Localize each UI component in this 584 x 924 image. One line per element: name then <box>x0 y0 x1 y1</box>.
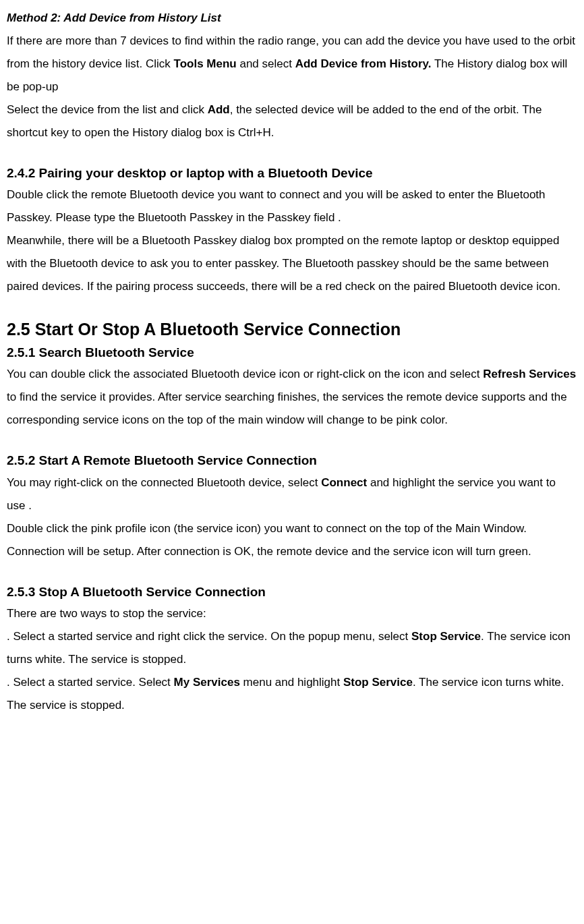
text: and select <box>237 57 295 70</box>
tools-menu-label: Tools Menu <box>174 57 237 70</box>
connect-label: Connect <box>321 476 367 489</box>
refresh-services-label: Refresh Services <box>483 368 576 380</box>
s253-list-item-2: . Select a started service. Select My Se… <box>7 671 577 717</box>
stop-service-label-2: Stop Service <box>343 676 413 689</box>
stop-service-label: Stop Service <box>411 630 481 643</box>
section-2-5-1-heading: 2.5.1 Search Bluetooth Service <box>7 343 577 363</box>
s252-paragraph-1: You may right-click on the connected Blu… <box>7 471 577 517</box>
text: to find the service it provides. After s… <box>7 391 567 426</box>
text: menu and highlight <box>240 676 343 689</box>
s251-paragraph-1: You can double click the associated Blue… <box>7 363 577 432</box>
method2-paragraph-1: If there are more than 7 devices to find… <box>7 30 577 98</box>
method-2-heading: Method 2: Add Device from History List <box>7 7 577 30</box>
my-services-label: My Services <box>174 676 240 689</box>
s252-paragraph-2: Double click the pink profile icon (the … <box>7 517 577 540</box>
method2-paragraph-2: Select the device from the list and clic… <box>7 98 577 144</box>
add-device-from-history-label: Add Device from History. <box>295 57 432 70</box>
section-2-5-2-heading: 2.5.2 Start A Remote Bluetooth Service C… <box>7 451 577 471</box>
s253-paragraph-1: There are two ways to stop the service: <box>7 602 577 625</box>
s242-paragraph-1: Double click the remote Bluetooth device… <box>7 183 577 229</box>
s253-list-item-1: . Select a started service and right cli… <box>7 625 577 671</box>
text: Select the device from the list and clic… <box>7 103 208 116</box>
s242-paragraph-2: Meanwhile, there will be a Bluetooth Pas… <box>7 229 577 298</box>
section-2-4-2-heading: 2.4.2 Pairing your desktop or laptop wit… <box>7 163 577 183</box>
text: You may right-click on the connected Blu… <box>7 476 321 489</box>
text: You can double click the associated Blue… <box>7 368 483 380</box>
add-button-label: Add <box>208 103 230 116</box>
text: . Select a started service and right cli… <box>7 630 411 643</box>
text: . Select a started service. Select <box>7 676 174 689</box>
section-2-5-3-heading: 2.5.3 Stop A Bluetooth Service Connectio… <box>7 582 577 602</box>
s252-paragraph-3: Connection will be setup. After connecti… <box>7 540 577 563</box>
section-2-5-heading: 2.5 Start Or Stop A Bluetooth Service Co… <box>7 317 577 343</box>
